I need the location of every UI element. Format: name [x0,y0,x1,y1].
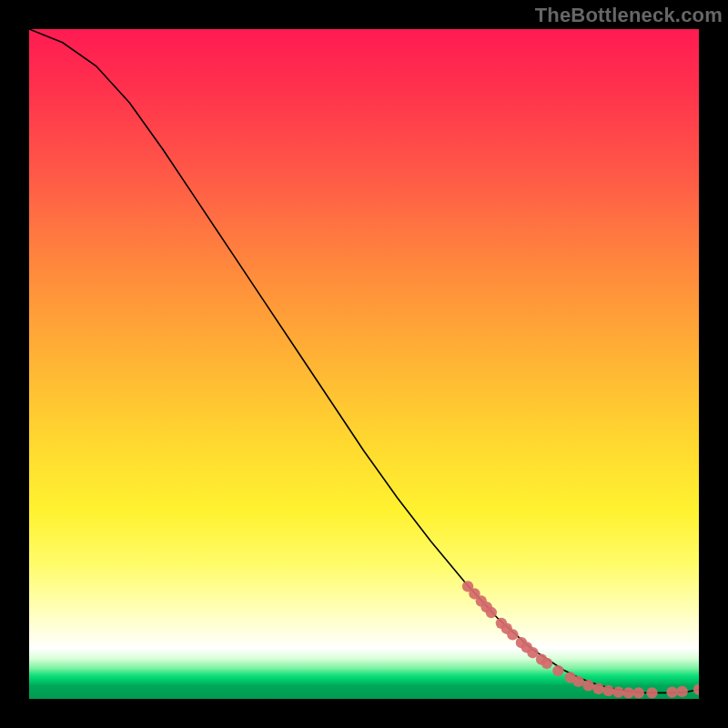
curve-marker [693,684,699,695]
curve-marker [572,676,583,687]
chart-frame: TheBottleneck.com [0,0,728,728]
curve-marker [507,629,518,640]
curve-marker [582,680,593,691]
plot-area [29,29,699,699]
curve-marker [623,687,634,698]
curve-marker [486,607,497,618]
curve-marker [676,686,687,697]
curve-marker [552,665,563,676]
curve-marker [646,687,657,698]
watermark-text: TheBottleneck.com [535,4,723,27]
curve-marker [666,686,677,697]
chart-svg [29,29,699,699]
curve-marker [633,687,644,698]
bottleneck-curve [29,29,699,693]
curve-marker [612,686,623,697]
curve-markers [462,581,699,698]
curve-marker [602,685,613,696]
curve-marker [592,683,603,694]
curve-marker [541,658,552,669]
